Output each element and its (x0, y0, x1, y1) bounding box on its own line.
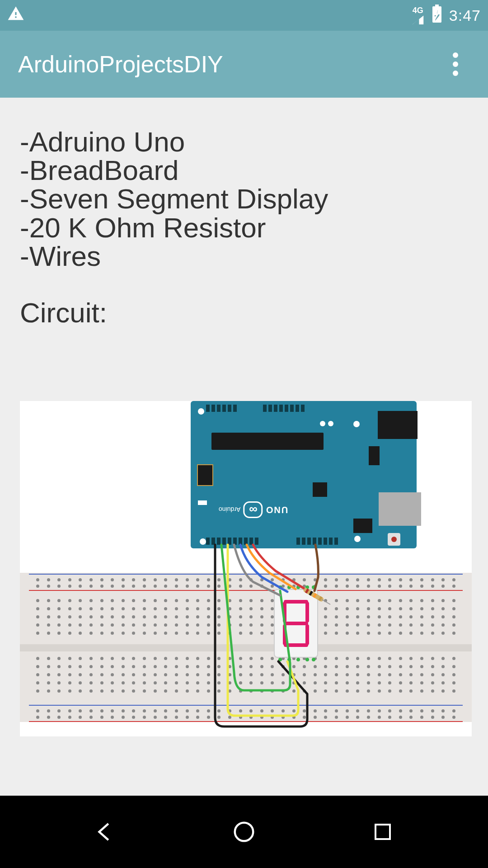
voltage-regulator (369, 446, 380, 465)
small-chip (313, 482, 327, 497)
barrel-jack (379, 492, 421, 526)
svg-point-3 (235, 823, 253, 841)
home-button[interactable] (226, 814, 262, 850)
overflow-menu-button[interactable] (439, 48, 472, 80)
analog-pin-header (206, 405, 237, 412)
network-4g-icon: 4G (411, 6, 425, 24)
digital-pin-header-a (206, 538, 258, 545)
svg-rect-4 (375, 825, 390, 839)
clock-time: 3:47 (449, 7, 481, 24)
icsp-2-header (353, 519, 372, 533)
seven-segment-display (275, 590, 317, 657)
back-button[interactable] (87, 814, 123, 850)
arduino-uno-board: UNO ∞ Arduino (191, 401, 417, 548)
material-item: -Wires (20, 242, 468, 270)
app-title: ArduinoProjectsDIY (18, 51, 223, 78)
reset-button (388, 533, 400, 546)
usb-connector (378, 411, 418, 439)
home-circle-icon (232, 820, 256, 844)
digital-pin-header-b (296, 538, 338, 545)
icsp-header (197, 464, 213, 486)
power-pin-header (263, 405, 305, 412)
circuit-heading: Circuit: (20, 297, 468, 329)
circuit-diagram: UNO ∞ Arduino (20, 401, 472, 736)
navigation-bar (0, 796, 488, 868)
article-content: -Adruino Uno -BreadBoard -Seven Segment … (0, 98, 488, 796)
breadboard (20, 573, 472, 722)
recents-button[interactable] (365, 814, 401, 850)
mounting-holes (320, 421, 333, 426)
more-vert-icon (453, 52, 458, 76)
materials-list: -Adruino Uno -BreadBoard -Seven Segment … (20, 127, 468, 270)
svg-point-0 (453, 52, 458, 58)
svg-point-2 (453, 71, 458, 76)
recents-square-icon (372, 821, 394, 843)
back-icon (93, 820, 117, 844)
status-bar: 4G 3:47 (0, 0, 488, 31)
battery-charging-icon (431, 5, 443, 26)
material-item: -BreadBoard (20, 156, 468, 184)
material-item: -20 K Ohm Resistor (20, 213, 468, 242)
material-item: -Seven Segment Display (20, 184, 468, 213)
material-item: -Adruino Uno (20, 127, 468, 156)
svg-point-1 (453, 61, 458, 67)
atmega-chip (211, 433, 324, 450)
warning-icon (7, 5, 24, 26)
app-bar: ArduinoProjectsDIY (0, 31, 488, 98)
uno-logo: UNO ∞ Arduino (219, 501, 288, 518)
on-led (198, 500, 207, 505)
